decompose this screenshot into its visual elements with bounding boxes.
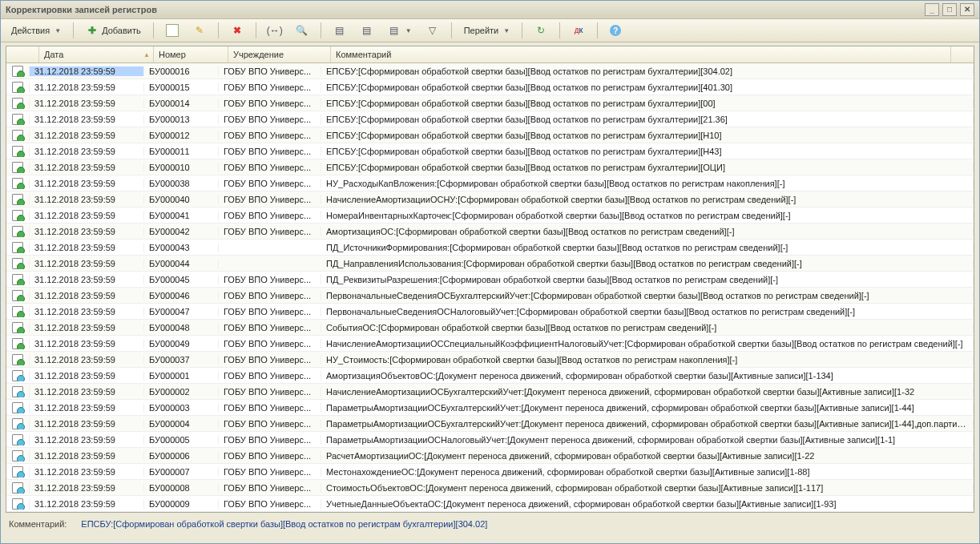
table-row[interactable]: 31.12.2018 23:59:59БУ000001ГОБУ ВПО Унив… [6, 368, 974, 384]
cell-date: 31.12.2018 23:59:59 [30, 435, 144, 445]
cell-number: БУ000037 [144, 355, 219, 365]
cell-date: 31.12.2018 23:59:59 [30, 355, 144, 365]
actions-menu[interactable]: Действия ▼ [6, 21, 67, 40]
cell-date: 31.12.2018 23:59:59 [30, 259, 144, 268]
document-blue-icon [12, 434, 23, 445]
document-green-icon [12, 210, 23, 221]
goto-menu[interactable]: Перейти ▼ [458, 21, 516, 40]
cell-institution: ГОБУ ВПО Универс... [219, 195, 321, 204]
delete-button[interactable]: ✖ [225, 21, 249, 40]
table-row[interactable]: 31.12.2018 23:59:59БУ000037ГОБУ ВПО Унив… [6, 352, 974, 368]
table-row[interactable]: 31.12.2018 23:59:59БУ000010ГОБУ ВПО Унив… [6, 159, 974, 175]
table-row[interactable]: 31.12.2018 23:59:59БУ000044ПД_Направлени… [6, 256, 974, 272]
header-scroll-spacer [951, 46, 974, 62]
filter-off-button[interactable]: ▤ [355, 21, 379, 40]
row-status-icon [6, 402, 30, 413]
sort-asc-icon: ▲ [143, 51, 150, 58]
close-button[interactable]: ✕ [960, 3, 974, 16]
separator [451, 22, 452, 38]
table-row[interactable]: 31.12.2018 23:59:59БУ000047ГОБУ ВПО Унив… [6, 304, 974, 320]
cell-comment: НУ_РасходыКапВложения:[Сформирован обраб… [321, 179, 974, 188]
cell-number: БУ000005 [144, 435, 219, 445]
table-row[interactable]: 31.12.2018 23:59:59БУ000007ГОБУ ВПО Унив… [6, 464, 974, 480]
table-row[interactable]: 31.12.2018 23:59:59БУ000004ГОБУ ВПО Унив… [6, 416, 974, 432]
table-row[interactable]: 31.12.2018 23:59:59БУ000016ГОБУ ВПО Унив… [6, 63, 974, 79]
document-green-icon [12, 98, 23, 109]
separator [218, 22, 219, 38]
filter-by-value-button[interactable]: ▤ [328, 21, 352, 40]
cell-number: БУ000044 [144, 259, 219, 268]
table-row[interactable]: 31.12.2018 23:59:59БУ000041ГОБУ ВПО Унив… [6, 208, 974, 224]
document-green-icon [12, 82, 23, 93]
row-status-icon [6, 434, 30, 445]
minimize-button[interactable]: _ [925, 3, 939, 16]
table-row[interactable]: 31.12.2018 23:59:59БУ000005ГОБУ ВПО Унив… [6, 432, 974, 448]
row-status-icon [6, 82, 30, 93]
document-green-icon [12, 338, 23, 349]
table-row[interactable]: 31.12.2018 23:59:59БУ000042ГОБУ ВПО Унив… [6, 224, 974, 240]
row-status-icon [6, 146, 30, 157]
table-row[interactable]: 31.12.2018 23:59:59БУ000040ГОБУ ВПО Унив… [6, 191, 974, 208]
header-institution[interactable]: Учреждение [228, 46, 331, 62]
header-icon[interactable] [6, 46, 39, 62]
copy-button[interactable] [160, 21, 184, 40]
cell-institution: ГОБУ ВПО Универс... [219, 291, 321, 300]
grid-header: Дата▲ Номер Учреждение Комментарий [6, 46, 974, 63]
table-row[interactable]: 31.12.2018 23:59:59БУ000011ГОБУ ВПО Унив… [6, 143, 974, 159]
cell-number: БУ000014 [144, 99, 219, 108]
header-number[interactable]: Номер [154, 46, 228, 62]
table-row[interactable]: 31.12.2018 23:59:59БУ000014ГОБУ ВПО Унив… [6, 95, 974, 111]
chevron-down-icon: ▼ [54, 27, 61, 34]
cell-comment: ПД_НаправленияИспользования:[Сформирован… [321, 259, 974, 268]
table-row[interactable]: 31.12.2018 23:59:59БУ000045ГОБУ ВПО Унив… [6, 272, 974, 288]
pencil-icon: ✎ [193, 24, 206, 37]
document-green-icon [12, 354, 23, 365]
cell-number: БУ000015 [144, 83, 219, 92]
add-button[interactable]: ✚ Добавить [80, 21, 147, 40]
dtkt-button[interactable]: ДК [567, 21, 591, 40]
cell-date: 31.12.2018 23:59:59 [30, 499, 144, 509]
table-row[interactable]: 31.12.2018 23:59:59БУ000008ГОБУ ВПО Унив… [6, 480, 974, 496]
table-row[interactable]: 31.12.2018 23:59:59БУ000046ГОБУ ВПО Унив… [6, 288, 974, 304]
grid-body[interactable]: 31.12.2018 23:59:59БУ000016ГОБУ ВПО Унив… [6, 63, 974, 512]
table-row[interactable]: 31.12.2018 23:59:59БУ000003ГОБУ ВПО Унив… [6, 400, 974, 416]
document-green-icon [12, 242, 23, 253]
edit-button[interactable]: ✎ [188, 21, 212, 40]
row-status-icon [6, 258, 30, 269]
maximize-button[interactable]: □ [942, 3, 957, 16]
table-row[interactable]: 31.12.2018 23:59:59БУ000038ГОБУ ВПО Унив… [6, 175, 974, 191]
table-row[interactable]: 31.12.2018 23:59:59БУ000013ГОБУ ВПО Унив… [6, 111, 974, 127]
cell-number: БУ000013 [144, 115, 219, 124]
separator [559, 22, 560, 38]
find-icon: 🔍 [296, 24, 309, 37]
table-row[interactable]: 31.12.2018 23:59:59БУ000009ГОБУ ВПО Унив… [6, 496, 974, 512]
cell-date: 31.12.2018 23:59:59 [30, 243, 144, 252]
header-date[interactable]: Дата▲ [39, 46, 154, 62]
cell-institution: ГОБУ ВПО Универс... [219, 435, 321, 445]
add-label: Добавить [102, 26, 141, 35]
document-green-icon [12, 258, 23, 269]
row-status-icon [6, 242, 30, 253]
table-row[interactable]: 31.12.2018 23:59:59БУ000048ГОБУ ВПО Унив… [6, 320, 974, 336]
row-status-icon [6, 306, 30, 317]
cell-institution: ГОБУ ВПО Универс... [219, 323, 321, 332]
table-row[interactable]: 31.12.2018 23:59:59БУ000043ПД_ИсточникиФ… [6, 240, 974, 256]
row-status-icon [6, 98, 30, 109]
table-row[interactable]: 31.12.2018 23:59:59БУ000002ГОБУ ВПО Унив… [6, 384, 974, 400]
cell-institution: ГОБУ ВПО Универс... [219, 451, 321, 461]
cell-institution: ГОБУ ВПО Универс... [219, 66, 321, 76]
cell-comment: МестонахождениеОС:[Документ переноса дви… [321, 467, 974, 477]
table-row[interactable]: 31.12.2018 23:59:59БУ000049ГОБУ ВПО Унив… [6, 336, 974, 352]
find-button[interactable]: 🔍 [290, 21, 314, 40]
header-comment[interactable]: Комментарий [331, 46, 951, 62]
table-row[interactable]: 31.12.2018 23:59:59БУ000012ГОБУ ВПО Унив… [6, 127, 974, 143]
help-button[interactable]: ? [604, 21, 627, 40]
refresh-button[interactable]: ↻ [529, 21, 553, 40]
sort-button[interactable]: ▽ [421, 21, 445, 40]
cell-date: 31.12.2018 23:59:59 [30, 195, 144, 204]
table-row[interactable]: 31.12.2018 23:59:59БУ000015ГОБУ ВПО Унив… [6, 79, 974, 95]
interval-button[interactable]: (↔) [263, 21, 287, 40]
filter-menu-button[interactable]: ▤▼ [382, 21, 417, 40]
table-row[interactable]: 31.12.2018 23:59:59БУ000006ГОБУ ВПО Унив… [6, 448, 974, 464]
cell-date: 31.12.2018 23:59:59 [30, 163, 144, 172]
